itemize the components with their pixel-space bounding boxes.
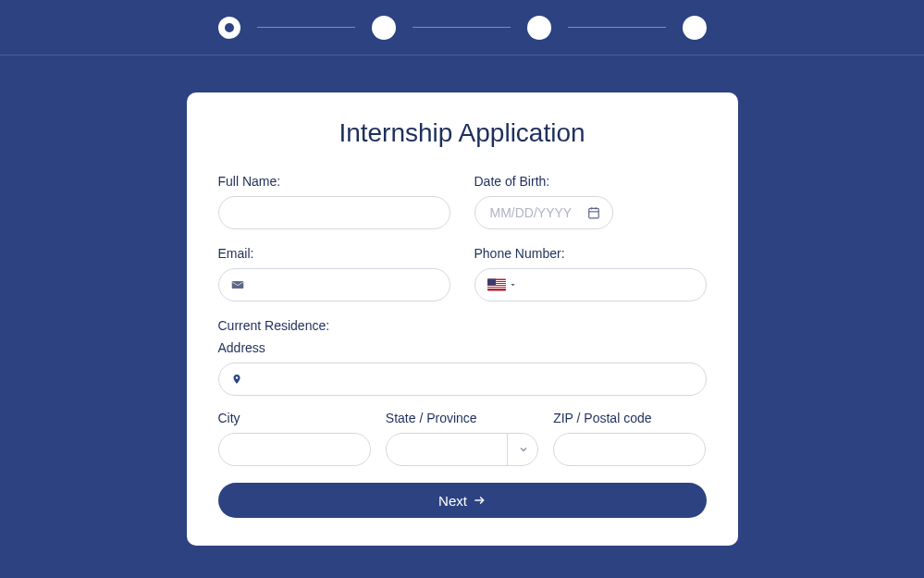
address-label: Address <box>218 340 707 355</box>
next-button-label: Next <box>438 493 467 509</box>
email-input[interactable] <box>218 268 450 301</box>
phone-label: Phone Number: <box>474 246 707 261</box>
email-label: Email: <box>218 246 450 261</box>
step-connector <box>568 27 666 28</box>
location-pin-icon <box>231 373 242 386</box>
dob-label: Date of Birth: <box>474 174 707 189</box>
state-select[interactable] <box>386 433 538 466</box>
zip-input[interactable] <box>553 433 706 466</box>
us-flag-icon <box>487 279 506 291</box>
full-name-label: Full Name: <box>218 174 450 189</box>
state-label: State / Province <box>386 411 538 425</box>
application-card: Internship Application Full Name: Date o… <box>187 92 738 546</box>
svg-rect-0 <box>588 208 598 218</box>
svg-rect-4 <box>232 282 243 289</box>
step-connector <box>413 27 511 28</box>
page-title: Internship Application <box>218 118 707 148</box>
full-name-input[interactable] <box>218 196 450 229</box>
residence-section-label: Current Residence: <box>218 318 707 333</box>
step-connector <box>257 27 355 28</box>
zip-label: ZIP / Postal code <box>553 411 706 425</box>
svg-point-5 <box>235 376 238 379</box>
step-2-dot[interactable] <box>372 16 396 40</box>
step-1-dot[interactable] <box>218 17 240 39</box>
next-button[interactable]: Next <box>218 483 707 518</box>
chevron-down-icon <box>509 281 517 289</box>
calendar-icon[interactable] <box>587 206 600 219</box>
country-flag-selector[interactable] <box>487 279 517 291</box>
envelope-icon <box>231 278 244 291</box>
arrow-right-icon <box>473 494 486 507</box>
city-label: City <box>218 411 371 425</box>
address-input[interactable] <box>218 363 707 396</box>
step-3-dot[interactable] <box>527 16 551 40</box>
step-4-dot[interactable] <box>683 16 707 40</box>
stepper <box>0 0 924 55</box>
city-input[interactable] <box>218 433 371 466</box>
